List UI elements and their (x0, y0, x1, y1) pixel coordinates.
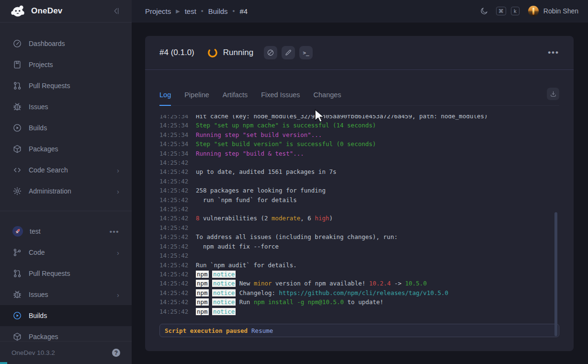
sidebar-item-packages[interactable]: Packages › (0, 138, 132, 159)
log-timestamp: 14:25:42 (159, 214, 189, 223)
sidebar-project-row[interactable]: test ••• (0, 221, 132, 242)
pencil-icon (284, 49, 292, 57)
app-version: OneDev 10.3.2 (11, 349, 112, 356)
sidebar-footer: OneDev 10.3.2 ? (0, 341, 132, 364)
sidebar-item-pull-requests[interactable]: Pull Requests › (0, 75, 132, 96)
build-action-buttons: >_ (264, 46, 313, 59)
build-running-spinner-icon (207, 47, 218, 58)
log-message: npm notice (196, 307, 236, 316)
gear-icon (12, 186, 22, 196)
log-timestamp: 14:25:42 (159, 195, 189, 205)
pull-request-icon (12, 81, 22, 91)
branch-icon (12, 248, 22, 257)
log-timestamp: 14:25:42 (159, 232, 189, 241)
log-message: up to date, audited 1561 packages in 7s (196, 167, 337, 176)
pull-request-icon (12, 269, 22, 278)
log-timestamp: 14:25:42 (159, 167, 189, 176)
sidebar-item-projects[interactable]: Projects › (0, 54, 132, 75)
user-avatar[interactable] (528, 6, 539, 16)
tab-fixed-issues[interactable]: Fixed Issues (261, 91, 300, 106)
pause-bar: Script execution paused Resume (159, 324, 559, 337)
corner-accent (0, 362, 7, 364)
sidebar-nav-project: test ••• Code › Pull Requests › Issues ›… (0, 211, 132, 347)
breadcrumb-item-test[interactable]: test (185, 7, 196, 15)
brand-name: OneDev (31, 6, 112, 16)
build-card: #4 (0.1.0) Running (145, 36, 574, 351)
log-message: npm notice New minor version of npm avai… (196, 279, 427, 288)
breadcrumb-item-builds[interactable]: Builds (208, 7, 228, 15)
log-message: Hit cache (key: node_modules_32/9c2405aa… (196, 115, 488, 121)
sidebar-header: OneDev (0, 0, 132, 23)
tab-pipeline[interactable]: Pipeline (184, 91, 209, 106)
log-scrollbar-thumb[interactable] (554, 212, 557, 336)
log-timestamp: 14:25:42 (159, 177, 189, 186)
log-message: To address all issues (including breakin… (196, 232, 397, 241)
chevron-right-icon: › (117, 291, 119, 298)
log-line: 14:25:34 Running step "build & test"... (159, 149, 559, 158)
sidebar-item-project-builds[interactable]: Builds › (0, 305, 132, 326)
theme-toggle-moon-icon[interactable] (480, 7, 488, 15)
terminal-button[interactable]: >_ (299, 46, 313, 59)
edit-build-button[interactable] (282, 46, 295, 59)
play-circle-icon (12, 311, 22, 320)
gauge-icon (12, 39, 22, 48)
log-line: 14:25:42 npm notice New minor version of… (159, 279, 559, 288)
log-message: 8 vulnerabilities (2 moderate, 6 high) (196, 214, 333, 223)
help-icon[interactable]: ? (112, 349, 120, 357)
log-timestamp: 14:25:42 (159, 251, 189, 260)
more-options-ellipsis-icon[interactable]: ••• (548, 48, 559, 57)
log-timestamp: 14:25:42 (159, 242, 189, 251)
sidebar-nav-main: Dashboards › Projects › Pull Requests › … (0, 23, 132, 202)
log-timestamp: 14:25:42 (159, 307, 189, 316)
breadcrumb-item-projects[interactable]: Projects (145, 7, 171, 15)
log-message: Running step "build & test"... (196, 149, 304, 158)
tab-artifacts[interactable]: Artifacts (223, 91, 248, 106)
chevron-right-icon: › (117, 167, 119, 174)
log-viewport[interactable]: 14:25:34 Hit cache (key: node_modules_32… (159, 115, 559, 322)
log-line: 14:25:42 258 packages are looking for fu… (159, 186, 559, 195)
sidebar-item-project-issues[interactable]: Issues › (0, 284, 132, 305)
sidebar-item-code-search[interactable]: Code Search › (0, 159, 132, 181)
log-timestamp: 14:25:34 (159, 149, 189, 158)
app-sidebar: OneDev Dashboards › Projects › Pull Requ… (0, 0, 132, 364)
sidebar-item-builds[interactable]: Builds › (0, 117, 132, 138)
sidebar-item-administration[interactable]: Administration › (0, 181, 132, 202)
breadcrumb-dot-icon: • (201, 7, 204, 15)
terminal-icon: >_ (303, 50, 309, 56)
log-line: 14:25:34 Step "set up npm cache" is succ… (159, 121, 559, 130)
build-card-header: #4 (0.1.0) Running (145, 36, 574, 70)
log-timestamp: 14:25:42 (159, 186, 189, 195)
log-timestamp: 14:25:34 (159, 139, 189, 148)
breadcrumb-arrow-icon: ▶ (176, 8, 180, 14)
project-avatar-rocket-icon (12, 226, 23, 237)
log-line: 14:25:42 run `npm fund` for details (159, 195, 559, 205)
tab-changes[interactable]: Changes (314, 91, 341, 106)
log-message: npm notice (196, 270, 236, 279)
bug-icon (12, 290, 22, 299)
download-log-button[interactable] (547, 88, 559, 100)
tab-log[interactable]: Log (159, 91, 171, 106)
package-icon (12, 144, 22, 154)
build-title: #4 (0.1.0) (159, 48, 194, 57)
log-line: 14:25:42 (159, 251, 559, 260)
resume-link[interactable]: Resume (251, 327, 273, 334)
pause-message: Script execution paused (165, 327, 248, 334)
breadcrumb-item-build-number: #4 (240, 7, 248, 15)
log-line: 14:25:42 npm audit fix --force (159, 242, 559, 251)
sidebar-item-issues[interactable]: Issues › (0, 96, 132, 117)
sidebar-item-project-code[interactable]: Code › (0, 242, 132, 263)
log-line: 14:25:42 (159, 158, 559, 167)
log-line: 14:25:34 Hit cache (key: node_modules_32… (159, 115, 559, 121)
project-more-ellipsis-icon[interactable]: ••• (110, 228, 119, 236)
log-line: 14:25:34 Step "set build version" is suc… (159, 139, 559, 148)
log-message: Step "set up npm cache" is successful (1… (196, 121, 376, 130)
sidebar-item-project-pull-requests[interactable]: Pull Requests › (0, 263, 132, 284)
sidebar-item-dashboards[interactable]: Dashboards › (0, 33, 132, 54)
cancel-build-button[interactable] (264, 46, 277, 59)
log-timestamp: 14:25:42 (159, 288, 189, 297)
log-line: 14:25:42 Run `npm audit` for details. (159, 261, 559, 270)
collapse-sidebar-icon[interactable] (112, 6, 121, 16)
user-name[interactable]: Robin Shen (543, 7, 578, 15)
log-timestamp: 14:25:42 (159, 279, 189, 288)
main-content: #4 (0.1.0) Running (132, 23, 588, 364)
